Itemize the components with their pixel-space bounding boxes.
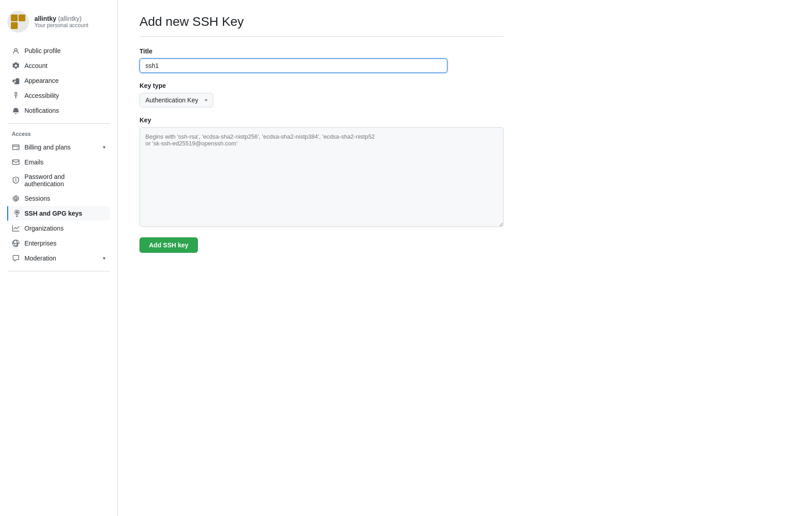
sidebar-label-organizations: Organizations (24, 225, 63, 232)
sidebar-label-ssh-gpg: SSH and GPG keys (24, 210, 82, 217)
sidebar-item-enterprises[interactable]: Enterprises (7, 236, 110, 251)
key-form-group: Key (139, 116, 504, 228)
sidebar-item-public-profile[interactable]: Public profile (7, 43, 110, 58)
profile-section: allintky (allintky) Your personal accoun… (7, 11, 110, 33)
sidebar-label-emails: Emails (24, 159, 43, 166)
title-form-group: Title (139, 48, 504, 73)
add-ssh-key-button[interactable]: Add SSH key (139, 237, 198, 253)
title-input[interactable] (139, 58, 447, 73)
sidebar-item-moderation[interactable]: Moderation ▾ (7, 251, 110, 265)
sidebar-label-moderation: Moderation (24, 255, 56, 262)
sidebar-label-appearance: Appearance (24, 77, 59, 84)
avatar (7, 11, 29, 33)
chevron-down-icon: ▾ (103, 144, 106, 150)
section-divider (139, 36, 504, 37)
sidebar: allintky (allintky) Your personal accoun… (0, 0, 118, 516)
sidebar-item-accessibility[interactable]: Accessibility (7, 88, 110, 103)
credit-card-icon (12, 143, 20, 151)
sidebar-item-organizations[interactable]: Organizations (7, 221, 110, 236)
comment-icon (12, 254, 20, 262)
sidebar-item-billing[interactable]: Billing and plans ▾ (7, 140, 110, 154)
accessibility-icon (12, 92, 20, 100)
paintbrush-icon (12, 77, 20, 85)
key-type-label: Key type (139, 82, 504, 89)
gear-icon (12, 62, 20, 70)
sidebar-label-enterprises: Enterprises (24, 240, 57, 247)
globe-icon (12, 239, 20, 247)
chevron-down-icon-2: ▾ (103, 255, 106, 261)
envelope-icon (12, 158, 20, 166)
access-section: Access Billing and plans ▾ Emails (7, 129, 110, 265)
radio-icon (12, 194, 20, 203)
key-label: Key (139, 116, 504, 124)
page-title: Add new SSH Key (139, 14, 504, 29)
sidebar-item-sessions[interactable]: Sessions (7, 191, 110, 206)
submit-section: Add SSH key (139, 237, 504, 253)
profile-info: allintky (allintky) Your personal accoun… (34, 15, 88, 29)
key-type-select[interactable]: Authentication Key Signing Key (139, 93, 213, 107)
sidebar-item-account[interactable]: Account (7, 58, 110, 73)
sidebar-label-password: Password and authentication (24, 173, 106, 188)
sidebar-item-notifications[interactable]: Notifications (7, 103, 110, 118)
sidebar-label-public-profile: Public profile (24, 47, 61, 54)
key-textarea[interactable] (139, 127, 504, 227)
sidebar-label-accessibility: Accessibility (24, 92, 59, 99)
profile-name: allintky (allintky) (34, 15, 88, 22)
sidebar-item-appearance[interactable]: Appearance (7, 73, 110, 88)
grid-icon (12, 224, 20, 232)
key-type-select-wrapper: Authentication Key Signing Key (139, 93, 213, 107)
sidebar-item-ssh-gpg[interactable]: SSH and GPG keys (7, 206, 110, 221)
sidebar-item-password[interactable]: Password and authentication (7, 170, 110, 191)
sidebar-label-sessions: Sessions (24, 195, 50, 202)
access-section-label: Access (7, 129, 110, 140)
main-nav: Public profile Account Appearance (7, 43, 110, 118)
bell-icon (12, 106, 20, 115)
key-type-form-group: Key type Authentication Key Signing Key (139, 82, 504, 107)
title-label: Title (139, 48, 504, 55)
profile-subtitle: Your personal account (34, 22, 88, 29)
shield-icon (12, 176, 20, 184)
sidebar-label-billing: Billing and plans (24, 144, 71, 151)
main-content: Add new SSH Key Title Key type Authentic… (118, 0, 525, 516)
person-icon (12, 47, 20, 55)
nav-divider (7, 123, 110, 124)
sidebar-label-notifications: Notifications (24, 107, 59, 114)
key-icon (12, 209, 20, 217)
profile-username-parens: (allintky) (58, 15, 82, 22)
sidebar-item-emails[interactable]: Emails (7, 155, 110, 169)
nav-divider-bottom (7, 271, 110, 271)
sidebar-label-account: Account (24, 62, 48, 69)
